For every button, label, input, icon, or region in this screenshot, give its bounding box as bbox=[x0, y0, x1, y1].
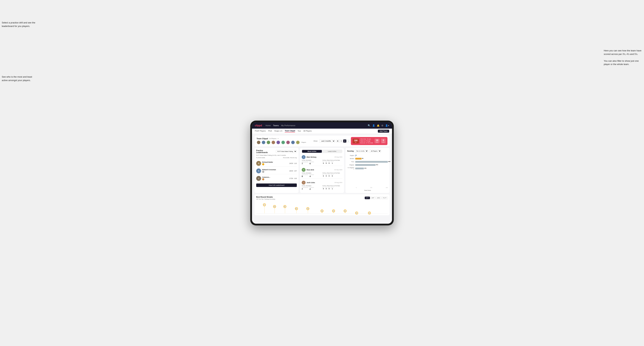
sub-nav-all[interactable]: All Players bbox=[304, 130, 312, 132]
pa-practice-3: Practice 2 bbox=[310, 187, 314, 190]
pa-app-2: APP 0 bbox=[325, 174, 327, 177]
nav-link-performance[interactable]: My Performance bbox=[281, 124, 296, 127]
shot-badge-sub: SC bbox=[354, 142, 358, 143]
view-full-leaderboard-button[interactable]: View Full Leaderboard bbox=[256, 183, 297, 187]
scoring-chart: Eagles3Birdies96Pars499Bogeys311D. Bogey… bbox=[347, 154, 388, 185]
chart-bar-wrap: 96 bbox=[355, 158, 388, 160]
add-team-button[interactable]: Add Team bbox=[378, 130, 389, 133]
avatar-icon[interactable]: 👤▾ bbox=[385, 124, 389, 127]
user-icon[interactable]: 👤 bbox=[372, 124, 375, 127]
lb-player-3-name: Cameron... bbox=[262, 176, 288, 178]
avatar: R bbox=[256, 140, 261, 145]
nav-link-home[interactable]: Home bbox=[266, 124, 270, 127]
pa-tournament-3: Tournament 7 bbox=[302, 187, 308, 190]
annotation-top-left: Select a practice drill and see the lead… bbox=[2, 21, 37, 28]
sub-nav-tour[interactable]: Tour bbox=[298, 130, 301, 132]
chart-bar-value: 131 bbox=[364, 168, 366, 169]
nav-link-teams[interactable]: Teams bbox=[273, 124, 279, 127]
players-label: Players bbox=[301, 142, 306, 143]
lb-player-2-name: Edward Crossman bbox=[262, 169, 288, 171]
search-icon[interactable]: 🔍 bbox=[368, 124, 370, 127]
drill-select[interactable]: PUTT Must Make Putting... bbox=[276, 150, 297, 153]
leaderboard-card-header: Practice Leaderboards PUTT Must Make Put… bbox=[256, 150, 297, 154]
meter-right: 0 yds bbox=[381, 139, 386, 143]
scoring-title: Scoring bbox=[347, 150, 354, 152]
show-select[interactable]: Last 3 months bbox=[319, 140, 335, 143]
chart-bar-value: 311 bbox=[376, 164, 378, 166]
lb-player-3-info: Cameron... 3 bbox=[262, 176, 288, 180]
streak-tab-ott[interactable]: OTT bbox=[365, 197, 370, 199]
col-player-label: PLAYER NAME bbox=[256, 157, 282, 158]
tablet-screen: clippd Home Teams My Performance 🔍 👤 🔔 ⚙… bbox=[252, 122, 392, 224]
streak-dot[interactable]: 4x bbox=[344, 209, 346, 212]
view-sort-icon[interactable]: ↕ bbox=[347, 140, 350, 143]
lb-score-2: 18/20 bbox=[289, 170, 293, 172]
streak-tab-app[interactable]: APP bbox=[370, 197, 376, 199]
col-avg-label: PB AVG SQ bbox=[290, 157, 297, 158]
pa-practice-2: Practice 4 bbox=[310, 174, 314, 177]
streak-dot[interactable]: 5x bbox=[295, 207, 298, 210]
chart-bar-wrap: 3 bbox=[355, 154, 388, 157]
avatar: R bbox=[281, 140, 285, 145]
player-activity-3: J Josh Coles 26 Aug 2023 Total Rounds To… bbox=[302, 180, 342, 191]
chart-bar-wrap: 311 bbox=[355, 164, 388, 166]
view-icons: ⊞ ≡ ⊟ ↕ bbox=[336, 140, 350, 143]
lb-badge-row-2: 2 bbox=[262, 171, 288, 173]
streak-dot[interactable]: 5x bbox=[306, 207, 309, 210]
nav-icons: 🔍 👤 🔔 ⚙ 👤▾ bbox=[368, 124, 389, 127]
streak-line bbox=[274, 208, 275, 213]
lb-score-1: 19/20 bbox=[289, 163, 293, 164]
tab-most-active[interactable]: Most Active bbox=[302, 150, 322, 153]
streak-line bbox=[345, 212, 345, 213]
pa-ott-2: OTT 0 bbox=[322, 174, 324, 177]
sub-nav-pga[interactable]: PGA bbox=[268, 130, 272, 132]
nav-logo: clippd bbox=[255, 124, 262, 127]
pa-avatar-2: R bbox=[302, 168, 306, 172]
streaks-subtitle: Off The Tee, Fairway Accuracy bbox=[256, 198, 275, 200]
chart-bar bbox=[355, 168, 364, 169]
pa-mini-row-3: OTT 0 APP 0 ARG 0 bbox=[322, 187, 342, 190]
streak-dot[interactable]: 3x bbox=[368, 212, 371, 214]
chart-bar-value: 3 bbox=[356, 155, 357, 156]
pa-header-3: J Josh Coles 26 Aug 2023 bbox=[302, 181, 342, 184]
lb-player-2-info: Edward Crossman 2 bbox=[262, 169, 288, 173]
streaks-title: Best Round Streaks bbox=[256, 196, 275, 198]
scoring-filter-select[interactable]: Par 3, 4 & 5s bbox=[355, 150, 368, 153]
streak-dot[interactable]: 3x bbox=[355, 212, 358, 214]
chart-x-axis: 0 200 400 bbox=[347, 187, 388, 188]
view-list-icon[interactable]: ≡ bbox=[340, 140, 343, 143]
pa-putt-2: PUTT 0 bbox=[331, 174, 334, 177]
scoring-player-select[interactable]: All Players bbox=[369, 150, 381, 153]
bell-icon[interactable]: 🔔 bbox=[377, 124, 380, 127]
shot-start-lie-label: Start Lie: bbox=[360, 140, 366, 142]
streak-dot[interactable]: 6x bbox=[284, 205, 286, 208]
streaks-header: Best Round Streaks Off The Tee, Fairway … bbox=[256, 196, 388, 200]
streak-dot[interactable]: 7x bbox=[263, 203, 266, 206]
streak-dot[interactable]: 4x bbox=[320, 209, 324, 212]
scoring-header: Scoring Par 3, 4 & 5s All Players bbox=[347, 150, 388, 153]
lb-score-3: 17/20 bbox=[289, 177, 293, 179]
meter-right-val: 0 bbox=[382, 139, 384, 142]
streak-dot[interactable]: 6x bbox=[273, 205, 276, 208]
view-grid-icon[interactable]: ⊞ bbox=[336, 140, 339, 143]
avatar: E bbox=[262, 140, 266, 145]
streak-tab-putt[interactable]: PUTT bbox=[382, 197, 388, 199]
avatar: J bbox=[286, 140, 290, 145]
streak-tab-arg[interactable]: ARG bbox=[376, 197, 381, 199]
edit-icon[interactable]: ✏ bbox=[278, 138, 279, 140]
sub-nav-team[interactable]: Team Clippd bbox=[285, 130, 295, 133]
sub-nav-pgat[interactable]: PGAT Players bbox=[255, 130, 266, 132]
lb-avatar-3: C bbox=[256, 176, 261, 181]
avatar: J bbox=[271, 140, 276, 145]
pa-ott-3: OTT 0 bbox=[322, 187, 324, 190]
chart-bar-row: Eagles3 bbox=[347, 154, 388, 157]
player-activity-2: R Rees Britt 02 Sep 2023 Total Rounds To… bbox=[302, 167, 342, 178]
pa-mini-row-2: OTT 0 APP 0 ARG 0 bbox=[322, 174, 342, 177]
sub-nav-hcaps[interactable]: Hcaps 1-5 bbox=[274, 130, 282, 132]
tab-least-active[interactable]: Least Active bbox=[322, 150, 342, 153]
x-tick-0: 0 bbox=[356, 187, 357, 188]
view-card-icon[interactable]: ⊟ bbox=[343, 140, 346, 143]
shot-badge-val: 198 bbox=[354, 139, 358, 142]
settings-icon[interactable]: ⚙ bbox=[381, 124, 384, 127]
streak-dot[interactable]: 4x bbox=[332, 209, 335, 212]
